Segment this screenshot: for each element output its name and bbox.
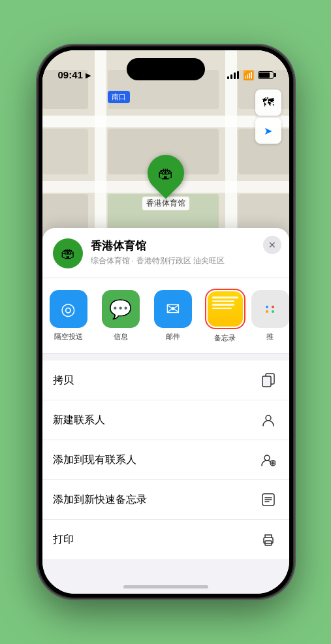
dynamic-island [127,58,205,80]
action-list: 拷贝 新建联系人 [42,361,289,559]
map-pin: 🏟 香港体育馆 [142,155,189,210]
location-button[interactable]: ➤ [255,118,281,144]
venue-description: 综合体育馆 · 香港特别行政区 油尖旺区 [91,255,279,266]
venue-header: 🏟 香港体育馆 综合体育馆 · 香港特别行政区 油尖旺区 ✕ [42,228,289,278]
messages-icon-wrap: 💬 [102,290,140,328]
location-arrow-icon: ▶ [86,71,91,80]
venue-name: 香港体育馆 [91,238,279,253]
action-new-contact[interactable]: 新建联系人 [42,400,289,440]
copy-label: 拷贝 [53,374,74,387]
phone-screen: 09:41 ▶ 📶 [42,50,289,594]
airdrop-icon-wrap: ◎ [50,290,87,328]
print-icon [258,529,279,550]
venue-info: 香港体育馆 综合体育馆 · 香港特别行政区 油尖旺区 [91,238,279,266]
airdrop-icon: ◎ [61,299,76,319]
mail-icon-wrap: ✉ [154,290,192,328]
svg-point-3 [264,455,270,460]
notes-line-2 [212,300,234,302]
phone-frame: 09:41 ▶ 📶 [39,46,293,598]
print-label: 打印 [53,533,74,547]
notes-line-1 [212,297,238,298]
add-existing-icon [258,449,279,470]
more-dots-wrap [251,290,289,328]
new-contact-label: 新建联系人 [53,413,105,427]
add-existing-label: 添加到现有联系人 [53,453,136,467]
location-label: 南口 [108,91,130,103]
more-label: 推 [266,332,274,342]
battery-icon [258,71,274,79]
share-item-mail[interactable]: ✉ 邮件 [147,290,199,342]
wifi-icon: 📶 [243,70,254,80]
more-dots-row [266,306,274,308]
notes-line-4 [212,308,232,310]
bottom-sheet: 🏟 香港体育馆 综合体育馆 · 香港特别行政区 油尖旺区 ✕ ◎ 隔空投送 [42,228,289,594]
share-item-airdrop[interactable]: ◎ 隔空投送 [42,290,95,342]
notes-label: 备忘录 [214,333,236,343]
copy-icon [258,370,279,391]
pin-icon: 🏟 [158,164,174,182]
action-add-notes[interactable]: 添加到新快速备忘录 [42,480,289,520]
svg-rect-1 [262,376,271,387]
signal-icon [227,71,239,79]
notes-line-3 [212,304,234,306]
status-time: 09:41 [58,69,83,82]
venue-icon: 🏟 [53,238,83,268]
airdrop-label: 隔空投送 [54,332,83,342]
action-copy[interactable]: 拷贝 [42,361,289,400]
add-notes-label: 添加到新快速备忘录 [53,493,147,507]
notes-icon-wrap [208,291,243,327]
map-controls: 🗺 ➤ [255,89,281,144]
svg-point-2 [266,415,271,421]
dot-red [272,306,274,308]
dot-green [272,310,274,313]
add-notes-icon [258,489,279,510]
share-item-more[interactable]: 推 [251,290,289,342]
notes-highlight-border [205,289,245,329]
dot-orange [266,310,268,313]
home-indicator [123,585,208,588]
pin-circle: 🏟 [140,147,191,199]
share-row: ◎ 隔空投送 💬 信息 ✉ 邮件 [42,278,289,354]
share-item-messages[interactable]: 💬 信息 [95,290,147,342]
action-add-existing[interactable]: 添加到现有联系人 [42,440,289,480]
mail-label: 邮件 [166,332,180,342]
more-dots-row-2 [266,310,274,313]
action-print[interactable]: 打印 [42,520,289,559]
messages-label: 信息 [114,332,128,342]
mail-icon: ✉ [166,299,180,319]
dot-blue-1 [266,306,268,308]
new-contact-icon [258,410,279,430]
map-type-button[interactable]: 🗺 [255,89,281,116]
close-button[interactable]: ✕ [263,236,281,254]
status-icons: 📶 [227,70,274,82]
share-item-notes[interactable]: 备忘录 [199,289,251,343]
messages-icon: 💬 [109,298,132,320]
